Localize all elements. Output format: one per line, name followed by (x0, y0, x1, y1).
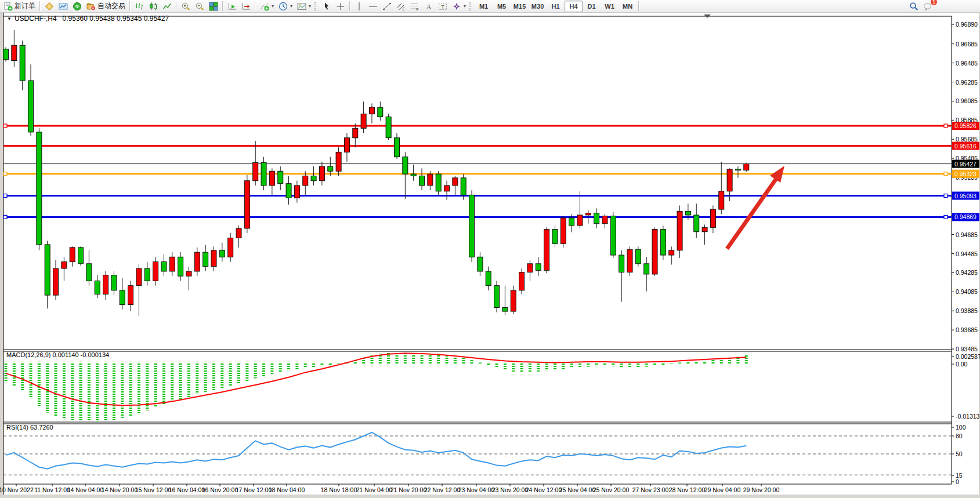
svg-text:15 Nov 12:00: 15 Nov 12:00 (135, 486, 172, 493)
chat-button[interactable]: 1 (921, 0, 935, 13)
svg-text:21 Nov 04:00: 21 Nov 04:00 (356, 486, 393, 493)
svg-text:16 Nov 04:00: 16 Nov 04:00 (169, 486, 205, 493)
zoom-in-button[interactable] (179, 0, 193, 13)
svg-text:23 Nov 20:00: 23 Nov 20:00 (492, 486, 529, 493)
notification-badge: 1 (930, 0, 938, 6)
svg-text:0.93485: 0.93485 (956, 346, 978, 352)
chevron-down-icon: ▾ (464, 3, 466, 9)
ohlc-values: 0.95360 0.95438 0.95345 0.95427 (63, 14, 169, 23)
tile-windows-button[interactable] (207, 0, 220, 13)
svg-text:18 Nov 04:00: 18 Nov 04:00 (269, 486, 305, 493)
zoom-out-button[interactable] (193, 0, 207, 13)
profiles-button[interactable] (56, 0, 70, 13)
svg-text:0.94485: 0.94485 (956, 250, 978, 257)
timeframe-m15-button[interactable]: M15 (511, 1, 529, 12)
toolbar: 新订单自动交易▾▾▾EFAT▾M1M5M15M30H1H4D1W1MN1 (0, 0, 980, 13)
chevron-down-icon: ▾ (309, 3, 311, 9)
svg-text:29 Nov 04:00: 29 Nov 04:00 (704, 486, 741, 493)
auto-trading-button[interactable]: 自动交易 (84, 0, 128, 13)
svg-text:18 Nov 18:00: 18 Nov 18:00 (321, 486, 357, 493)
new-order-button[interactable]: 新订单 (1, 0, 38, 13)
svg-text:0.002587: 0.002587 (956, 353, 980, 360)
new-order-label: 新订单 (15, 1, 35, 11)
svg-text:0.94085: 0.94085 (956, 288, 978, 295)
timeframe-m5-button[interactable]: M5 (493, 1, 511, 12)
svg-text:0.95616: 0.95616 (954, 143, 977, 150)
timeframe-m1-button[interactable]: M1 (475, 1, 493, 12)
templates-button[interactable]: ▾ (295, 0, 313, 13)
toolbar-separator (129, 1, 131, 11)
new-chart-button[interactable] (42, 0, 56, 13)
profiles-icon (59, 2, 68, 11)
toolbar-separator (349, 1, 350, 11)
horizontal-line-icon (368, 2, 378, 11)
trendline-icon (382, 2, 392, 11)
arrows-button[interactable]: ▾ (450, 0, 468, 13)
svg-text:100: 100 (956, 424, 966, 431)
text-label-button[interactable]: T (436, 0, 450, 13)
symbol-timeframe: USDCHF-,H4 (15, 14, 57, 23)
svg-text:23 Nov 04:00: 23 Nov 04:00 (458, 486, 495, 493)
vertical-line-button[interactable] (352, 0, 366, 13)
chart-title: ▼USDCHF-,H40.95360 0.95438 0.95345 0.954… (7, 14, 169, 23)
auto-scroll-icon (227, 2, 237, 11)
arrows-icon (452, 2, 461, 11)
svg-text:0.95093: 0.95093 (954, 192, 977, 199)
timeframe-h1-button[interactable]: H1 (547, 1, 565, 12)
macd-indicator-label: MACD(12,26,9) 0.001140 -0.000134 (6, 351, 109, 358)
horizontal-line-button[interactable] (366, 0, 380, 13)
auto-scroll-button[interactable] (225, 0, 239, 13)
bar-chart-mode-button[interactable] (132, 0, 146, 13)
equidistant-channel-icon: E (396, 2, 406, 11)
svg-text:-0.013133: -0.013133 (956, 413, 980, 420)
candlestick-mode-button[interactable] (146, 0, 160, 13)
timeframe-m30-button[interactable]: M30 (529, 1, 547, 12)
svg-text:0.00: 0.00 (956, 361, 968, 368)
periods-icon (279, 2, 288, 11)
new-chart-icon (45, 2, 54, 11)
new-order-icon (3, 2, 13, 11)
svg-text:0.94869: 0.94869 (954, 213, 977, 220)
svg-text:T: T (441, 3, 444, 9)
svg-text:24 Nov 12:00: 24 Nov 12:00 (526, 486, 562, 493)
chart-menu-collapse-icon[interactable]: ▼ (7, 16, 12, 21)
auto-trading-icon (86, 2, 96, 11)
tile-windows-icon (209, 2, 218, 11)
svg-text:F: F (417, 7, 419, 11)
text-button[interactable]: A (422, 0, 436, 13)
fibonacci-button[interactable]: F (408, 0, 422, 13)
search-button[interactable] (907, 0, 921, 13)
timeframe-mn-button[interactable]: MN (619, 1, 637, 12)
vertical-line-icon (355, 2, 364, 11)
svg-text:25 Nov 04:00: 25 Nov 04:00 (559, 486, 596, 493)
svg-text:80: 80 (956, 432, 963, 439)
signals-button[interactable] (70, 0, 84, 13)
timeframe-w1-button[interactable]: W1 (601, 1, 619, 12)
svg-text:0.93885: 0.93885 (956, 307, 978, 314)
svg-text:22 Nov 12:00: 22 Nov 12:00 (424, 486, 461, 493)
toolbar-separator (39, 1, 41, 11)
svg-text:25 Nov 20:00: 25 Nov 20:00 (593, 486, 630, 493)
periods-button[interactable]: ▾ (276, 0, 295, 13)
timeframe-d1-button[interactable]: D1 (583, 1, 601, 12)
cursor-button[interactable] (320, 0, 334, 13)
timeframe-h4-button[interactable]: H4 (565, 1, 583, 12)
toolbar-gripper (469, 2, 472, 11)
svg-text:17 Nov 12:00: 17 Nov 12:00 (236, 486, 272, 493)
svg-text:0.95826: 0.95826 (954, 122, 977, 129)
chart-shift-button[interactable] (239, 0, 253, 13)
indicators-icon (260, 2, 269, 11)
indicators-button[interactable]: ▾ (258, 0, 276, 13)
svg-text:14 Nov 20:00: 14 Nov 20:00 (102, 486, 138, 493)
cursor-icon (322, 2, 331, 11)
equidistant-channel-button[interactable]: E (394, 0, 408, 13)
zoom-out-icon (195, 2, 204, 11)
signals-icon (73, 2, 82, 11)
crosshair-button[interactable] (334, 0, 348, 13)
candle-chart-icon (149, 2, 158, 11)
line-chart-mode-button[interactable] (160, 0, 174, 13)
chart-canvas: 0.968900.966850.964850.962850.960850.958… (0, 0, 980, 498)
trendline-button[interactable] (380, 0, 394, 13)
svg-text:29 Nov 20:00: 29 Nov 20:00 (743, 486, 780, 493)
toolbar-separator (255, 1, 256, 11)
